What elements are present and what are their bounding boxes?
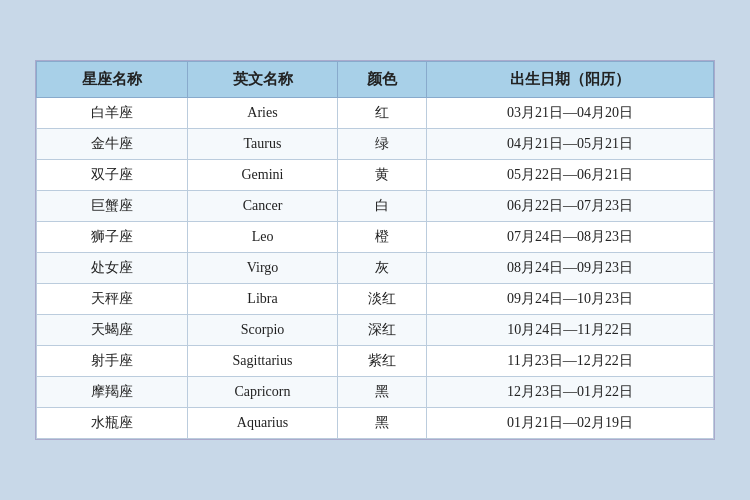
table-row: 射手座Sagittarius紫红11月23日—12月22日: [37, 346, 714, 377]
cell-dates: 11月23日—12月22日: [427, 346, 714, 377]
table-row: 处女座Virgo灰08月24日—09月23日: [37, 253, 714, 284]
cell-color: 淡红: [338, 284, 427, 315]
cell-dates: 08月24日—09月23日: [427, 253, 714, 284]
cell-color: 红: [338, 98, 427, 129]
cell-chinese: 巨蟹座: [37, 191, 188, 222]
table-row: 狮子座Leo橙07月24日—08月23日: [37, 222, 714, 253]
cell-english: Taurus: [187, 129, 338, 160]
header-dates: 出生日期（阳历）: [427, 62, 714, 98]
cell-color: 白: [338, 191, 427, 222]
cell-dates: 12月23日—01月22日: [427, 377, 714, 408]
cell-dates: 06月22日—07月23日: [427, 191, 714, 222]
cell-color: 紫红: [338, 346, 427, 377]
cell-chinese: 双子座: [37, 160, 188, 191]
cell-color: 橙: [338, 222, 427, 253]
zodiac-table: 星座名称 英文名称 颜色 出生日期（阳历） 白羊座Aries红03月21日—04…: [36, 61, 714, 439]
cell-dates: 04月21日—05月21日: [427, 129, 714, 160]
cell-english: Gemini: [187, 160, 338, 191]
cell-english: Virgo: [187, 253, 338, 284]
cell-english: Sagittarius: [187, 346, 338, 377]
cell-english: Aquarius: [187, 408, 338, 439]
cell-chinese: 天秤座: [37, 284, 188, 315]
cell-dates: 07月24日—08月23日: [427, 222, 714, 253]
cell-chinese: 狮子座: [37, 222, 188, 253]
cell-dates: 03月21日—04月20日: [427, 98, 714, 129]
cell-english: Cancer: [187, 191, 338, 222]
header-chinese-name: 星座名称: [37, 62, 188, 98]
header-english-name: 英文名称: [187, 62, 338, 98]
cell-english: Aries: [187, 98, 338, 129]
table-row: 天秤座Libra淡红09月24日—10月23日: [37, 284, 714, 315]
cell-english: Libra: [187, 284, 338, 315]
cell-color: 灰: [338, 253, 427, 284]
header-color: 颜色: [338, 62, 427, 98]
table-header-row: 星座名称 英文名称 颜色 出生日期（阳历）: [37, 62, 714, 98]
cell-english: Scorpio: [187, 315, 338, 346]
cell-english: Capricorn: [187, 377, 338, 408]
cell-dates: 05月22日—06月21日: [427, 160, 714, 191]
cell-color: 黑: [338, 408, 427, 439]
cell-chinese: 天蝎座: [37, 315, 188, 346]
cell-dates: 09月24日—10月23日: [427, 284, 714, 315]
zodiac-table-container: 星座名称 英文名称 颜色 出生日期（阳历） 白羊座Aries红03月21日—04…: [35, 60, 715, 440]
cell-color: 黄: [338, 160, 427, 191]
cell-chinese: 摩羯座: [37, 377, 188, 408]
cell-color: 深红: [338, 315, 427, 346]
cell-dates: 01月21日—02月19日: [427, 408, 714, 439]
cell-chinese: 金牛座: [37, 129, 188, 160]
table-row: 金牛座Taurus绿04月21日—05月21日: [37, 129, 714, 160]
table-row: 天蝎座Scorpio深红10月24日—11月22日: [37, 315, 714, 346]
table-row: 白羊座Aries红03月21日—04月20日: [37, 98, 714, 129]
cell-color: 绿: [338, 129, 427, 160]
cell-dates: 10月24日—11月22日: [427, 315, 714, 346]
table-row: 双子座Gemini黄05月22日—06月21日: [37, 160, 714, 191]
cell-chinese: 处女座: [37, 253, 188, 284]
cell-color: 黑: [338, 377, 427, 408]
table-row: 摩羯座Capricorn黑12月23日—01月22日: [37, 377, 714, 408]
cell-chinese: 水瓶座: [37, 408, 188, 439]
cell-chinese: 白羊座: [37, 98, 188, 129]
cell-english: Leo: [187, 222, 338, 253]
table-row: 巨蟹座Cancer白06月22日—07月23日: [37, 191, 714, 222]
table-row: 水瓶座Aquarius黑01月21日—02月19日: [37, 408, 714, 439]
cell-chinese: 射手座: [37, 346, 188, 377]
table-body: 白羊座Aries红03月21日—04月20日金牛座Taurus绿04月21日—0…: [37, 98, 714, 439]
